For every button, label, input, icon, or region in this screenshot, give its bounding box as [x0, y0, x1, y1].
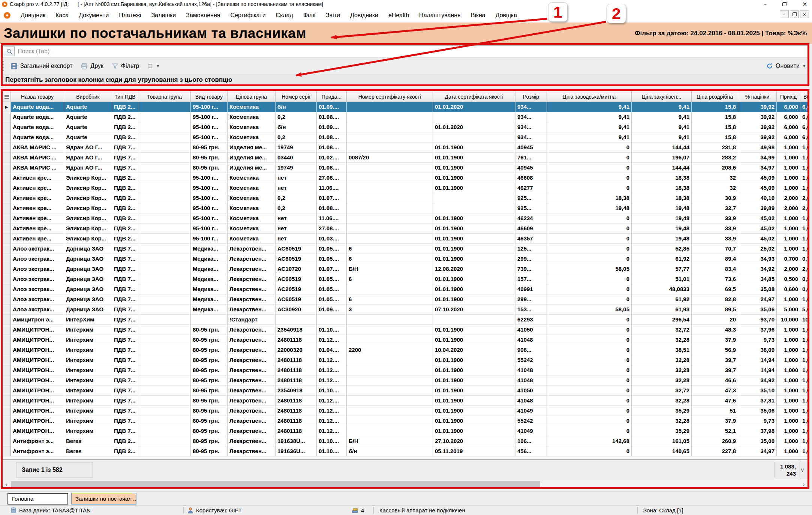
- cell[interactable]: 1,0: [800, 406, 808, 416]
- cell[interactable]: 45,02: [738, 213, 777, 224]
- cell[interactable]: 18,38: [632, 193, 692, 203]
- cell[interactable]: 01.01.1900: [433, 365, 515, 375]
- cell[interactable]: 01.01.1900: [433, 355, 515, 365]
- cell[interactable]: ПДВ 7...: [112, 264, 138, 274]
- cell[interactable]: 01.08....: [317, 163, 347, 173]
- cell[interactable]: 41049: [515, 426, 547, 436]
- cell[interactable]: Косметика: [228, 234, 276, 244]
- cell[interactable]: Антифронт э...: [11, 446, 64, 456]
- cell[interactable]: ПДВ 2...: [112, 224, 138, 234]
- table-row[interactable]: АМИЦИТРОН...ИнтерхимПДВ 7...80-95 грн.Ле…: [3, 325, 808, 335]
- cell[interactable]: 34,93: [738, 254, 777, 264]
- footer-chevron-icon[interactable]: ∨: [800, 467, 805, 473]
- cell[interactable]: [347, 213, 433, 224]
- cell[interactable]: 80-95 грн.: [191, 143, 228, 153]
- cell[interactable]: ПДВ 2...: [112, 112, 138, 122]
- cell[interactable]: ПДВ 7...: [112, 153, 138, 163]
- cell[interactable]: 80-95 грн.: [191, 396, 228, 406]
- print-button[interactable]: Друк: [76, 60, 108, 72]
- cell[interactable]: 1,0: [800, 375, 808, 386]
- cell[interactable]: Эликсир Кор...: [64, 224, 112, 234]
- cell[interactable]: 24801118: [276, 406, 317, 416]
- cell[interactable]: 23540918: [276, 386, 317, 396]
- cell[interactable]: 6: [347, 254, 433, 264]
- cell[interactable]: 5,0: [800, 305, 808, 315]
- menu-item-каса[interactable]: Каса: [55, 12, 69, 19]
- cell[interactable]: ПДВ 2...: [112, 183, 138, 193]
- cell[interactable]: 908...: [515, 345, 547, 355]
- cell[interactable]: 80-95 грн.: [191, 436, 228, 446]
- cell[interactable]: 01.05....: [317, 244, 347, 254]
- cell[interactable]: Косметика: [228, 193, 276, 203]
- cell[interactable]: 0: [547, 355, 632, 365]
- cell[interactable]: 1,000: [777, 294, 800, 305]
- cell[interactable]: [138, 416, 191, 426]
- cell[interactable]: 45,09: [738, 183, 777, 193]
- column-header[interactable]: Прихід: [777, 92, 800, 102]
- cell[interactable]: 1,0: [800, 163, 808, 173]
- cell[interactable]: 1,0: [800, 143, 808, 153]
- cell[interactable]: 1,0: [800, 153, 808, 163]
- cell[interactable]: Интерхим: [64, 375, 112, 386]
- cell[interactable]: 61,92: [632, 254, 692, 264]
- cell[interactable]: Косметика: [228, 213, 276, 224]
- cell[interactable]: 39,7: [692, 355, 738, 365]
- cell[interactable]: 12.08.2020: [433, 264, 515, 274]
- cell[interactable]: 46,6: [692, 375, 738, 386]
- cell[interactable]: АМИЦИТРОН...: [11, 325, 64, 335]
- cell[interactable]: [347, 112, 433, 122]
- cell[interactable]: Aquarte вода...: [11, 122, 64, 132]
- cell[interactable]: 10.04.2020: [433, 345, 515, 355]
- cell[interactable]: АМИЦИТРОН...: [11, 396, 64, 406]
- cell[interactable]: 283,2: [692, 153, 738, 163]
- cell[interactable]: Лекарствен...: [228, 406, 276, 416]
- cell[interactable]: Лекарствен...: [228, 335, 276, 345]
- cell[interactable]: 19,48: [632, 213, 692, 224]
- cell[interactable]: [138, 193, 191, 203]
- cell[interactable]: 01.12....: [317, 416, 347, 426]
- cell[interactable]: АМИЦИТРОН...: [11, 426, 64, 436]
- cell[interactable]: Лекарствен...: [228, 325, 276, 335]
- cell[interactable]: ПДВ 7...: [112, 274, 138, 284]
- refresh-button[interactable]: Оновити ▾: [762, 60, 809, 72]
- cell[interactable]: 80-95 грн.: [191, 325, 228, 335]
- cell[interactable]: 34,92: [738, 375, 777, 386]
- cell[interactable]: 01.01.1900: [433, 244, 515, 254]
- table-row[interactable]: Активен кре...Эликсир Кор...ПДВ 2...95-1…: [3, 234, 808, 244]
- cell[interactable]: 01.01.1900: [433, 213, 515, 224]
- mdi-close-icon[interactable]: ×: [800, 11, 809, 18]
- cell[interactable]: 01.01.1900: [433, 183, 515, 193]
- cell[interactable]: 6,0: [800, 112, 808, 122]
- cell[interactable]: 34,92: [738, 264, 777, 274]
- cell[interactable]: 95-100 г...: [191, 193, 228, 203]
- cell[interactable]: 1,0: [800, 355, 808, 365]
- cell[interactable]: 0: [547, 244, 632, 254]
- cell[interactable]: [138, 163, 191, 173]
- cell[interactable]: 41048: [515, 335, 547, 345]
- cell[interactable]: 39,92: [738, 102, 777, 112]
- cell[interactable]: 01.10....: [317, 436, 347, 446]
- cell[interactable]: 45,09: [738, 173, 777, 183]
- cell[interactable]: 1,000: [777, 365, 800, 375]
- cell[interactable]: 01.08....: [317, 112, 347, 122]
- cell[interactable]: 15,8: [692, 112, 738, 122]
- cell[interactable]: 01.08....: [317, 132, 347, 143]
- cell[interactable]: Лекарствен...: [228, 254, 276, 264]
- cell[interactable]: Лекарствен...: [228, 274, 276, 284]
- column-header[interactable]: Номер сертифікату якості: [347, 92, 433, 102]
- cell[interactable]: 296,54: [632, 315, 692, 325]
- cell[interactable]: Алоэ экстрак...: [11, 274, 64, 284]
- cell[interactable]: 6,000: [777, 102, 800, 112]
- cell[interactable]: 39,92: [738, 122, 777, 132]
- cell[interactable]: [138, 254, 191, 264]
- cell[interactable]: ИнтерХим: [64, 315, 112, 325]
- cell[interactable]: 161,05: [632, 436, 692, 446]
- cell[interactable]: 32,28: [632, 416, 692, 426]
- cell[interactable]: [138, 345, 191, 355]
- cell[interactable]: 01.01.1900: [433, 274, 515, 284]
- cell[interactable]: 52,1: [692, 426, 738, 436]
- cell[interactable]: [138, 446, 191, 456]
- cell[interactable]: [138, 244, 191, 254]
- cell[interactable]: нет: [276, 213, 317, 224]
- cell[interactable]: 47,6: [692, 396, 738, 406]
